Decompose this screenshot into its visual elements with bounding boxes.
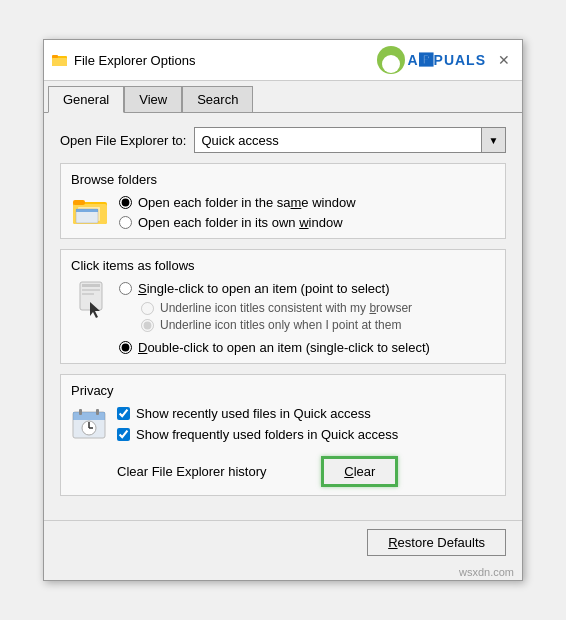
- single-click-radio[interactable]: [119, 282, 132, 295]
- open-to-label: Open File Explorer to:: [60, 133, 186, 148]
- open-to-select-wrapper[interactable]: Quick access This PC ▼: [194, 127, 506, 153]
- browse-folders-icon: [71, 195, 111, 227]
- appuals-mascot: A🅿PUALS: [377, 46, 486, 74]
- click-items-icon: [71, 281, 111, 321]
- browse-folders-section: Browse folders Open each folde: [60, 163, 506, 239]
- clear-history-row: Clear File Explorer history Clear: [117, 456, 398, 487]
- recent-files-checkbox[interactable]: [117, 407, 130, 420]
- svg-rect-5: [73, 200, 85, 205]
- browse-own-window-radio[interactable]: [119, 216, 132, 229]
- select-dropdown-arrow[interactable]: ▼: [481, 128, 505, 152]
- folder-title-icon: [52, 52, 68, 68]
- double-click-label[interactable]: Double-click to open an item (single-cli…: [138, 340, 430, 355]
- watermark: wsxdn.com: [44, 564, 522, 580]
- click-items-section: Click items as follows Single-: [60, 249, 506, 364]
- sub-radio-group: Underline icon titles consistent with my…: [141, 301, 430, 335]
- title-bar-left: File Explorer Options: [52, 52, 195, 68]
- browse-folders-radio-group: Open each folder in the same window Open…: [119, 195, 356, 230]
- svg-rect-11: [82, 289, 100, 291]
- browse-same-window-label[interactable]: Open each folder in the same window: [138, 195, 356, 210]
- browse-own-window-item: Open each folder in its own window: [119, 215, 356, 230]
- browse-same-window-item: Open each folder in the same window: [119, 195, 356, 210]
- close-button[interactable]: ✕: [494, 50, 514, 70]
- svg-rect-1: [52, 58, 67, 66]
- title-bar: File Explorer Options A🅿PUALS ✕: [44, 40, 522, 81]
- window-title: File Explorer Options: [74, 53, 195, 68]
- appuals-text: A🅿PUALS: [407, 52, 486, 68]
- browse-same-window-radio[interactable]: [119, 196, 132, 209]
- bottom-bar: Restore Defaults: [44, 520, 522, 564]
- frequent-folders-checkbox[interactable]: [117, 428, 130, 441]
- content-area: Open File Explorer to: Quick access This…: [44, 113, 522, 520]
- restore-defaults-button[interactable]: Restore Defaults: [367, 529, 506, 556]
- svg-rect-15: [73, 412, 105, 420]
- svg-rect-8: [76, 209, 98, 212]
- underline-point-label: Underline icon titles only when I point …: [160, 318, 401, 332]
- tab-bar: General View Search: [44, 81, 522, 113]
- underline-point-radio[interactable]: [141, 319, 154, 332]
- privacy-section: Privacy: [60, 374, 506, 496]
- recent-files-item: Show recently used files in Quick access: [117, 406, 398, 421]
- underline-point-item: Underline icon titles only when I point …: [141, 318, 430, 332]
- browse-own-window-label[interactable]: Open each folder in its own window: [138, 215, 343, 230]
- underline-browser-radio[interactable]: [141, 302, 154, 315]
- recent-files-label[interactable]: Show recently used files in Quick access: [136, 406, 371, 421]
- clear-history-label: Clear File Explorer history: [117, 464, 267, 479]
- frequent-folders-item: Show frequently used folders in Quick ac…: [117, 427, 398, 442]
- dialog-window: File Explorer Options A🅿PUALS ✕ General …: [43, 39, 523, 581]
- double-click-radio[interactable]: [119, 341, 132, 354]
- click-items-radio-group: Single-click to open an item (point to s…: [119, 281, 430, 355]
- browse-folders-title: Browse folders: [71, 172, 495, 187]
- privacy-icon: [71, 406, 109, 445]
- svg-rect-20: [96, 409, 99, 415]
- clear-button[interactable]: Clear: [321, 456, 398, 487]
- svg-rect-10: [82, 284, 100, 287]
- svg-rect-12: [82, 293, 94, 295]
- open-to-select[interactable]: Quick access This PC: [195, 130, 481, 151]
- tab-search[interactable]: Search: [182, 86, 253, 113]
- single-click-item: Single-click to open an item (point to s…: [119, 281, 430, 296]
- tab-view[interactable]: View: [124, 86, 182, 113]
- tab-general[interactable]: General: [48, 86, 124, 113]
- privacy-title: Privacy: [71, 383, 495, 398]
- open-to-row: Open File Explorer to: Quick access This…: [60, 127, 506, 153]
- click-items-inner: Single-click to open an item (point to s…: [71, 281, 495, 355]
- svg-rect-19: [79, 409, 82, 415]
- title-bar-icons: A🅿PUALS ✕: [377, 46, 514, 74]
- single-click-label[interactable]: Single-click to open an item (point to s…: [138, 281, 389, 296]
- browse-folders-inner: Open each folder in the same window Open…: [71, 195, 495, 230]
- underline-browser-item: Underline icon titles consistent with my…: [141, 301, 430, 315]
- click-items-title: Click items as follows: [71, 258, 495, 273]
- frequent-folders-label[interactable]: Show frequently used folders in Quick ac…: [136, 427, 398, 442]
- underline-browser-label: Underline icon titles consistent with my…: [160, 301, 412, 315]
- privacy-inner: Show recently used files in Quick access…: [71, 406, 495, 487]
- svg-rect-2: [52, 55, 58, 58]
- privacy-checks: Show recently used files in Quick access…: [117, 406, 398, 487]
- double-click-item: Double-click to open an item (single-cli…: [119, 340, 430, 355]
